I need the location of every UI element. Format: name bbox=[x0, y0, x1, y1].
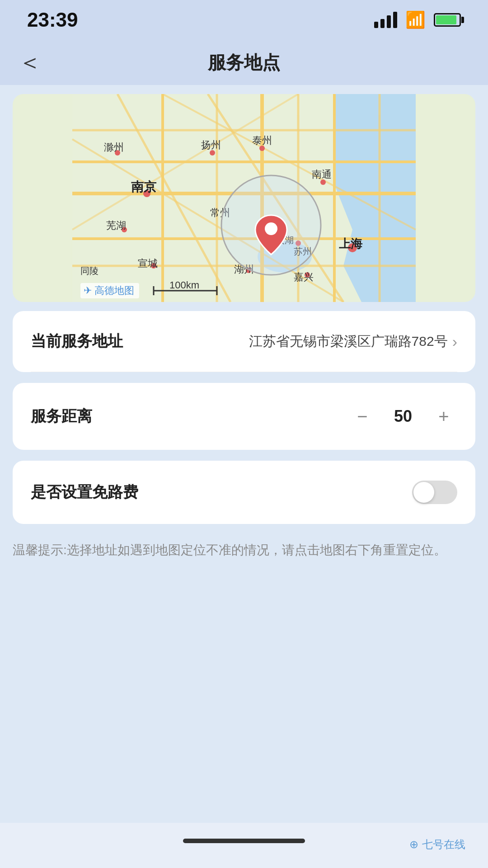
chevron-right-icon: › bbox=[452, 333, 457, 350]
address-card: 当前服务地址 江苏省无锡市梁溪区广瑞路782号 › bbox=[13, 311, 475, 372]
map-svg: 南京 扬州 泰州 南通 常州 太湖 苏州 上海 滁州 芜湖 宣城 湖州 嘉兴 同… bbox=[13, 94, 475, 302]
page-title: 服务地点 bbox=[208, 50, 280, 75]
toll-toggle-switch[interactable] bbox=[412, 481, 457, 504]
toll-label: 是否设置免路费 bbox=[31, 482, 138, 503]
map-container[interactable]: 南京 扬州 泰州 南通 常州 太湖 苏州 上海 滁州 芜湖 宣城 湖州 嘉兴 同… bbox=[13, 94, 475, 302]
svg-text:上海: 上海 bbox=[339, 237, 363, 250]
distance-label: 服务距离 bbox=[31, 406, 92, 427]
status-time: 23:39 bbox=[27, 9, 78, 31]
brand-watermark: ⊕ 七号在线 bbox=[409, 837, 465, 852]
distance-controls: − 50 + bbox=[349, 403, 457, 430]
svg-point-19 bbox=[210, 150, 215, 156]
distance-value: 50 bbox=[389, 407, 417, 426]
svg-text:滁州: 滁州 bbox=[104, 142, 124, 153]
home-indicator bbox=[183, 839, 305, 843]
svg-text:嘉兴: 嘉兴 bbox=[294, 271, 314, 283]
status-bar: 23:39 📶 bbox=[0, 0, 488, 40]
svg-point-21 bbox=[320, 179, 326, 185]
svg-text:南京: 南京 bbox=[131, 179, 157, 194]
address-value: 江苏省无锡市梁溪区广瑞路782号 bbox=[249, 332, 448, 351]
svg-text:芜湖: 芜湖 bbox=[106, 220, 126, 231]
svg-text:✈ 高德地图: ✈ 高德地图 bbox=[84, 285, 134, 296]
wifi-icon: 📶 bbox=[405, 10, 426, 29]
minus-button[interactable]: − bbox=[349, 403, 376, 430]
toggle-knob bbox=[413, 482, 434, 503]
back-button[interactable]: ＜ bbox=[18, 47, 42, 78]
bottom-bar: ⊕ 七号在线 bbox=[0, 823, 488, 868]
svg-point-20 bbox=[259, 146, 265, 151]
svg-text:100km: 100km bbox=[169, 279, 199, 291]
signal-icon bbox=[374, 12, 397, 28]
distance-row: 服务距离 − 50 + bbox=[31, 383, 457, 450]
svg-text:泰州: 泰州 bbox=[252, 135, 272, 146]
address-row[interactable]: 当前服务地址 江苏省无锡市梁溪区广瑞路782号 › bbox=[31, 311, 457, 372]
nav-bar: ＜ 服务地点 bbox=[0, 40, 488, 85]
svg-text:宣城: 宣城 bbox=[138, 258, 158, 269]
battery-icon bbox=[434, 13, 461, 27]
svg-point-45 bbox=[265, 222, 277, 235]
toll-toggle-card: 是否设置免路费 bbox=[13, 461, 475, 524]
plus-button[interactable]: + bbox=[430, 403, 457, 430]
address-value-wrap: 江苏省无锡市梁溪区广瑞路782号 › bbox=[123, 332, 457, 351]
svg-text:扬州: 扬州 bbox=[201, 139, 221, 151]
tip-text: 温馨提示:选择地址如遇到地图定位不准的情况，请点击地图右下角重置定位。 bbox=[13, 535, 475, 566]
distance-card: 服务距离 − 50 + bbox=[13, 383, 475, 450]
status-icons: 📶 bbox=[374, 10, 461, 29]
svg-text:南通: 南通 bbox=[312, 169, 332, 180]
brand-name: 七号在线 bbox=[422, 837, 465, 852]
brand-icon: ⊕ bbox=[409, 838, 418, 851]
address-label: 当前服务地址 bbox=[31, 331, 123, 352]
content-area: 当前服务地址 江苏省无锡市梁溪区广瑞路782号 › 服务距离 − 50 + 是否… bbox=[0, 311, 488, 566]
svg-text:同陵: 同陵 bbox=[80, 266, 99, 276]
